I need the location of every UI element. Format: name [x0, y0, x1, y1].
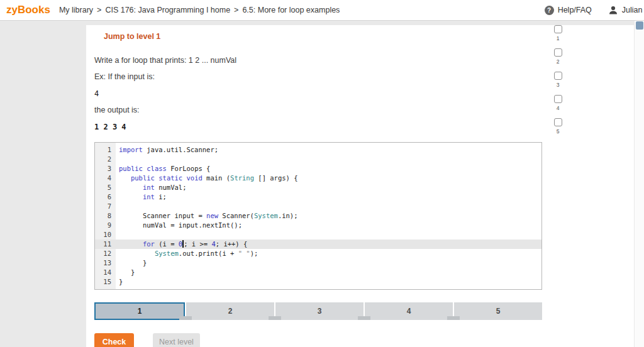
level-indicator: 1	[554, 25, 562, 41]
person-icon	[608, 5, 618, 15]
line-number: 6	[95, 192, 116, 202]
zybooks-logo[interactable]: zyBooks	[6, 4, 50, 16]
code-line[interactable]: 12 System.out.print(i + " ");	[95, 249, 541, 258]
breadcrumb-item: 6.5: More for loop examples	[242, 6, 340, 14]
level-checkbox-icon	[554, 25, 562, 33]
level-checkbox-icon	[554, 118, 562, 126]
progress-segment: 1	[94, 302, 185, 320]
level-checkbox-icon	[554, 48, 562, 57]
code-line[interactable]: 10	[95, 230, 541, 240]
breadcrumb-separator: >	[97, 6, 101, 14]
example-input-value: 4	[94, 89, 542, 99]
user-name: Julian N	[622, 6, 644, 14]
jump-to-level-link[interactable]: Jump to level 1	[104, 32, 160, 41]
code-text	[116, 230, 119, 240]
code-line[interactable]: 4 public static void main (String [] arg…	[95, 174, 541, 183]
code-text: }	[116, 277, 123, 287]
breadcrumb: My library>CIS 176: Java Programming I h…	[59, 6, 340, 14]
activity-content: Jump to level 1 Write a for loop that pr…	[86, 25, 542, 347]
prompt-text: Write a for loop that prints: 1 2 ... nu…	[94, 55, 542, 65]
segment-divider-notch	[179, 316, 192, 320]
level-indicator: 5	[554, 118, 562, 135]
code-line[interactable]: 7	[95, 202, 541, 211]
line-number: 7	[95, 202, 116, 211]
header-actions: ? Help/FAQ Julian N	[545, 5, 644, 15]
code-text: int i;	[116, 192, 167, 202]
code-line[interactable]: 6 int i;	[95, 192, 541, 202]
segment-divider-notch	[358, 316, 370, 320]
code-editor[interactable]: 1import java.util.Scanner;23public class…	[94, 142, 542, 290]
question-mark-icon: ?	[545, 6, 554, 15]
code-text: for (i = 0; i >= 4; i++) {	[116, 240, 247, 249]
level-indicator: 4	[554, 95, 562, 111]
line-number: 12	[95, 249, 116, 258]
output-intro-text: the output is:	[94, 105, 542, 115]
code-text: int numVal;	[116, 183, 186, 192]
line-number: 2	[95, 155, 116, 164]
line-number: 10	[95, 230, 116, 240]
level-number: 2	[557, 59, 560, 65]
code-line[interactable]: 14 }	[95, 268, 541, 277]
code-text: numVal = input.nextInt();	[116, 221, 242, 230]
code-line[interactable]: 13 }	[95, 258, 541, 268]
code-text: public static void main (String [] args)…	[116, 174, 298, 183]
line-number: 5	[95, 183, 116, 192]
segment-divider-notch	[447, 316, 460, 320]
example-intro-text: Ex: If the input is:	[94, 72, 542, 82]
progress-segment-label: 5	[496, 307, 501, 316]
line-number: 4	[95, 174, 116, 183]
help-faq-label: Help/FAQ	[558, 6, 592, 14]
code-line[interactable]: 8 Scanner input = new Scanner(System.in)…	[95, 211, 541, 221]
progress-segment: 2	[186, 302, 274, 320]
level-number: 5	[557, 129, 560, 135]
progress-segment-label: 4	[407, 307, 411, 316]
progress-segment: 5	[454, 302, 542, 320]
code-text: Scanner input = new Scanner(System.in);	[116, 211, 298, 221]
breadcrumb-separator: >	[234, 6, 238, 14]
line-number: 13	[95, 258, 116, 268]
code-line[interactable]: 15}	[95, 277, 541, 287]
progress-segment-label: 1	[138, 307, 142, 316]
top-header: zyBooks My library>CIS 176: Java Program…	[0, 0, 644, 21]
line-number: 3	[95, 164, 116, 174]
example-output-value: 1 2 3 4	[94, 123, 542, 132]
progress-segment-label: 2	[228, 307, 233, 316]
level-indicator-column: 12345	[551, 25, 565, 141]
line-number: 15	[95, 277, 116, 287]
user-menu[interactable]: Julian N	[608, 5, 644, 15]
breadcrumb-item[interactable]: My library	[59, 6, 93, 14]
code-text: }	[116, 258, 147, 268]
level-indicator: 3	[554, 72, 562, 88]
code-text: public class ForLoops {	[116, 164, 210, 174]
scrollbar-thumb[interactable]	[636, 21, 643, 30]
segment-divider-notch	[269, 316, 281, 320]
code-text	[116, 155, 119, 164]
line-number: 1	[95, 145, 116, 155]
level-checkbox-icon	[554, 72, 562, 80]
line-number: 11	[95, 240, 116, 249]
code-line[interactable]: 3public class ForLoops {	[95, 164, 541, 174]
progress-segment-label: 3	[318, 307, 322, 316]
code-text: }	[116, 268, 135, 277]
code-line[interactable]: 2	[95, 155, 541, 164]
content-panel: Jump to level 1 Write a for loop that pr…	[86, 25, 634, 347]
code-line[interactable]: 5 int numVal;	[95, 183, 541, 192]
vertical-scrollbar[interactable]	[634, 21, 644, 347]
next-level-button[interactable]: Next level	[153, 333, 200, 347]
code-line[interactable]: 1import java.util.Scanner;	[95, 145, 541, 155]
code-line[interactable]: 11 for (i = 0; i >= 4; i++) {	[95, 240, 541, 249]
level-indicator: 2	[554, 48, 562, 65]
code-text: System.out.print(i + " ");	[116, 249, 258, 258]
level-number: 1	[557, 36, 560, 41]
code-text	[116, 202, 119, 211]
line-number: 8	[95, 211, 116, 221]
help-faq-link[interactable]: ? Help/FAQ	[545, 6, 592, 15]
code-line[interactable]: 9 numVal = input.nextInt();	[95, 221, 541, 230]
breadcrumb-item[interactable]: CIS 176: Java Programming I home	[105, 6, 230, 14]
level-number: 3	[557, 82, 560, 88]
level-number: 4	[557, 106, 560, 111]
check-button[interactable]: Check	[94, 333, 134, 347]
line-number: 14	[95, 268, 116, 277]
progress-segment: 4	[365, 302, 453, 320]
level-checkbox-icon	[554, 95, 562, 103]
